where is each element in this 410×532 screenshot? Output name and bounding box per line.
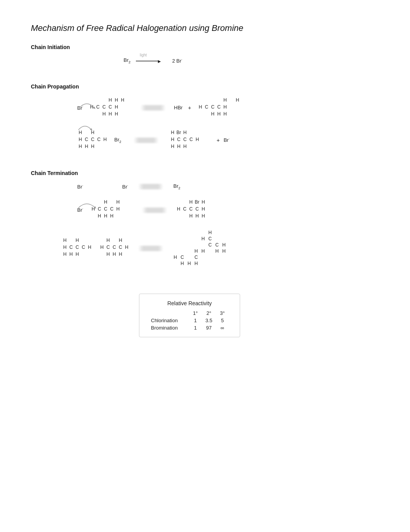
h-atom: H — [188, 213, 194, 220]
h-atom: H — [169, 130, 176, 137]
br-atom-2: Br· — [122, 184, 129, 190]
blurred-arrow-1 — [141, 105, 166, 111]
h-atom: H — [90, 130, 96, 137]
h-atom: H — [90, 206, 97, 213]
h-atom: H — [200, 236, 207, 242]
c-atom: C — [188, 206, 194, 213]
h-atom: H — [172, 254, 179, 260]
h-atom: H — [114, 97, 120, 104]
c-atom: C — [182, 206, 188, 213]
h-atom: H — [97, 213, 103, 220]
initiation-section: Chain Initiation Br2 light ▶ 2 Br· — [31, 44, 379, 64]
h-atom: H — [117, 252, 124, 258]
h-atom: H — [114, 104, 120, 111]
h-atom: H — [222, 111, 228, 118]
c-atom: C — [117, 245, 124, 252]
bromination-1: 1 — [190, 325, 201, 331]
c-atom: C — [97, 206, 103, 213]
h-atom: H — [169, 144, 176, 151]
c-atom: C — [111, 245, 117, 252]
c-atom: C — [96, 137, 102, 144]
h-atom: H — [193, 260, 200, 267]
h-atom: H — [222, 97, 228, 104]
chlorination-label: Chlorination — [151, 318, 190, 323]
h-atom: H — [102, 137, 108, 144]
h-atom: H — [200, 213, 207, 220]
h-atom: H — [115, 206, 121, 213]
c-atom: C — [188, 137, 194, 144]
h-atom: H — [186, 260, 193, 267]
h-atom: H — [77, 144, 83, 151]
c-atom: C — [109, 206, 115, 213]
initiation-reactant: Br2 — [124, 57, 130, 64]
initiation-product: 2 Br· — [172, 58, 182, 64]
c-atom: C — [182, 137, 188, 144]
br-radical-t2: Br· — [77, 207, 83, 213]
br-atom-1: Br· — [77, 184, 83, 190]
br-radical-1: Br· — [77, 105, 83, 111]
propagation-label: Chain Propagation — [31, 83, 379, 90]
h-atom: H — [74, 238, 80, 245]
h-atom: H — [124, 245, 130, 252]
h-atom: H — [207, 229, 213, 236]
h-atom: H — [62, 252, 68, 258]
h-atom: H — [77, 137, 83, 144]
c-atom: C — [179, 254, 186, 260]
h-atom: H — [200, 248, 207, 254]
initiation-reaction: Br2 light ▶ 2 Br· — [124, 57, 379, 64]
h-atom: H — [176, 206, 182, 213]
h-atom: H — [213, 248, 220, 254]
h-atom: H — [74, 252, 80, 258]
h-atom: H — [182, 130, 188, 137]
c-atom: C — [103, 206, 109, 213]
blurred-arrow-t3 — [138, 245, 163, 251]
h-atom: H — [169, 137, 176, 144]
bromination-2: 97 — [201, 325, 217, 331]
c-atom: C — [83, 137, 90, 144]
h-atom: H — [77, 130, 83, 137]
c-atom: C — [216, 104, 222, 111]
c-atom: C — [194, 206, 200, 213]
c-atom: C — [101, 104, 107, 111]
c-atom: C — [95, 104, 101, 111]
h-atom: H — [68, 252, 74, 258]
c-atom: C — [90, 137, 96, 144]
h-atom: H — [103, 213, 109, 220]
header-3: 3° — [217, 310, 228, 316]
h-atom: H — [117, 238, 124, 245]
c-atom: C — [193, 254, 200, 260]
termination-label: Chain Termination — [31, 170, 379, 176]
blurred-arrow-t2 — [142, 207, 167, 213]
h-atom: H — [105, 252, 111, 258]
br2-product: Br2 — [173, 183, 180, 190]
h-atom: H — [220, 248, 227, 254]
h-atom: H — [120, 97, 126, 104]
propagation-section: Chain Propagation Br· HHH — [31, 83, 379, 151]
c-atom: C — [74, 245, 80, 252]
h-atom: H — [111, 252, 117, 258]
c-atom: C — [105, 245, 111, 252]
page-title: Mechanism of Free Radical Halogenation u… — [31, 23, 379, 33]
chlorination-3: 5 — [217, 318, 228, 323]
blurred-arrow-t1 — [138, 184, 163, 190]
br-atom: Br — [176, 130, 182, 137]
chlorination-1: 1 — [190, 318, 201, 323]
h-atom: H — [179, 260, 186, 267]
h-atom: H — [200, 199, 207, 206]
c-atom: C — [207, 236, 213, 242]
c-atom: C — [203, 104, 210, 111]
h-atom: H — [107, 111, 114, 118]
bromination-3: ∞ — [217, 325, 228, 331]
c-atom: C — [213, 242, 220, 248]
h-atom: H — [200, 206, 207, 213]
chlorination-2: 3.5 — [201, 318, 217, 323]
prop-step2: HH HCCCH HHH Br2 HBrH HCCCH HHH + — [77, 130, 379, 151]
prop-step1: Br· HHH HCCCH HHH HBr + HH — [77, 97, 379, 118]
h-atom: H — [103, 199, 109, 206]
h-atom: H — [62, 238, 68, 245]
bromination-label: Bromination — [151, 325, 190, 331]
h-atom: H — [105, 238, 111, 245]
header-1: 1° — [190, 310, 201, 316]
h-atom: H — [176, 144, 182, 151]
h-atom: H — [193, 248, 200, 254]
